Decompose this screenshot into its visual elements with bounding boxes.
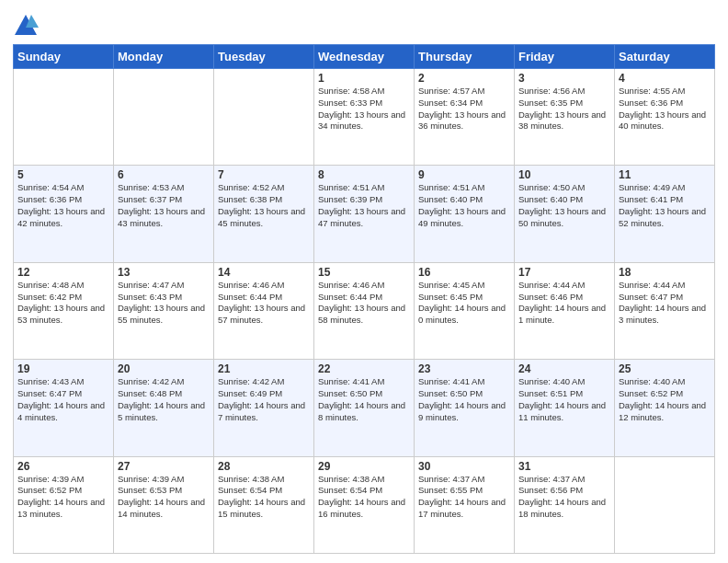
day-number: 30	[418, 460, 510, 473]
empty-cell	[214, 69, 314, 166]
day-info: Sunrise: 4:48 AM Sunset: 6:42 PM Dayligh…	[17, 280, 109, 327]
day-number: 19	[17, 362, 109, 375]
day-cell-28: 28Sunrise: 4:38 AM Sunset: 6:54 PM Dayli…	[214, 456, 314, 553]
day-cell-14: 14Sunrise: 4:46 AM Sunset: 6:44 PM Dayli…	[214, 262, 314, 359]
weekday-header-tuesday: Tuesday	[214, 45, 314, 69]
day-number: 15	[318, 266, 410, 279]
day-info: Sunrise: 4:41 AM Sunset: 6:50 PM Dayligh…	[418, 376, 510, 423]
day-number: 31	[518, 460, 610, 473]
day-number: 16	[418, 266, 510, 279]
day-cell-13: 13Sunrise: 4:47 AM Sunset: 6:43 PM Dayli…	[114, 262, 214, 359]
logo-icon	[13, 13, 39, 39]
day-info: Sunrise: 4:45 AM Sunset: 6:45 PM Dayligh…	[418, 280, 510, 327]
weekday-header-monday: Monday	[114, 45, 214, 69]
day-number: 10	[518, 168, 610, 181]
day-info: Sunrise: 4:37 AM Sunset: 6:55 PM Dayligh…	[418, 474, 510, 521]
day-number: 26	[17, 460, 109, 473]
day-info: Sunrise: 4:56 AM Sunset: 6:35 PM Dayligh…	[518, 86, 610, 132]
week-row-2: 5Sunrise: 4:54 AM Sunset: 6:36 PM Daylig…	[14, 166, 715, 262]
weekday-header-friday: Friday	[515, 45, 615, 69]
day-info: Sunrise: 4:46 AM Sunset: 6:44 PM Dayligh…	[218, 280, 310, 327]
day-info: Sunrise: 4:47 AM Sunset: 6:43 PM Dayligh…	[118, 280, 210, 327]
week-row-3: 12Sunrise: 4:48 AM Sunset: 6:42 PM Dayli…	[14, 262, 715, 359]
empty-cell	[615, 456, 715, 553]
day-number: 3	[518, 72, 610, 85]
week-row-4: 19Sunrise: 4:43 AM Sunset: 6:47 PM Dayli…	[14, 360, 715, 456]
day-number: 11	[619, 168, 711, 181]
empty-cell	[114, 69, 214, 166]
day-cell-29: 29Sunrise: 4:38 AM Sunset: 6:54 PM Dayli…	[314, 456, 415, 553]
day-info: Sunrise: 4:46 AM Sunset: 6:44 PM Dayligh…	[318, 280, 410, 327]
day-info: Sunrise: 4:42 AM Sunset: 6:49 PM Dayligh…	[218, 376, 310, 423]
day-cell-16: 16Sunrise: 4:45 AM Sunset: 6:45 PM Dayli…	[415, 262, 515, 359]
day-cell-23: 23Sunrise: 4:41 AM Sunset: 6:50 PM Dayli…	[415, 360, 515, 456]
day-number: 23	[418, 362, 510, 375]
day-number: 20	[118, 362, 210, 375]
day-cell-21: 21Sunrise: 4:42 AM Sunset: 6:49 PM Dayli…	[214, 360, 314, 456]
day-cell-12: 12Sunrise: 4:48 AM Sunset: 6:42 PM Dayli…	[14, 262, 114, 359]
day-info: Sunrise: 4:57 AM Sunset: 6:34 PM Dayligh…	[418, 86, 510, 132]
day-info: Sunrise: 4:38 AM Sunset: 6:54 PM Dayligh…	[318, 474, 410, 521]
day-cell-24: 24Sunrise: 4:40 AM Sunset: 6:51 PM Dayli…	[515, 360, 615, 456]
day-info: Sunrise: 4:49 AM Sunset: 6:41 PM Dayligh…	[619, 182, 711, 229]
day-info: Sunrise: 4:40 AM Sunset: 6:52 PM Dayligh…	[619, 376, 711, 423]
day-info: Sunrise: 4:42 AM Sunset: 6:48 PM Dayligh…	[118, 376, 210, 423]
day-number: 14	[218, 266, 310, 279]
day-number: 7	[218, 168, 310, 181]
day-cell-17: 17Sunrise: 4:44 AM Sunset: 6:46 PM Dayli…	[515, 262, 615, 359]
day-cell-8: 8Sunrise: 4:51 AM Sunset: 6:39 PM Daylig…	[314, 166, 415, 262]
day-number: 27	[118, 460, 210, 473]
week-row-5: 26Sunrise: 4:39 AM Sunset: 6:52 PM Dayli…	[14, 456, 715, 553]
header	[13, 9, 715, 39]
day-info: Sunrise: 4:50 AM Sunset: 6:40 PM Dayligh…	[518, 182, 610, 229]
day-info: Sunrise: 4:54 AM Sunset: 6:36 PM Dayligh…	[17, 182, 109, 229]
day-number: 18	[619, 266, 711, 279]
day-number: 6	[118, 168, 210, 181]
day-cell-11: 11Sunrise: 4:49 AM Sunset: 6:41 PM Dayli…	[615, 166, 715, 262]
day-cell-4: 4Sunrise: 4:55 AM Sunset: 6:36 PM Daylig…	[615, 69, 715, 166]
logo	[13, 13, 40, 39]
day-info: Sunrise: 4:38 AM Sunset: 6:54 PM Dayligh…	[218, 474, 310, 521]
day-cell-27: 27Sunrise: 4:39 AM Sunset: 6:53 PM Dayli…	[114, 456, 214, 553]
day-info: Sunrise: 4:41 AM Sunset: 6:50 PM Dayligh…	[318, 376, 410, 423]
day-number: 8	[318, 168, 410, 181]
page: SundayMondayTuesdayWednesdayThursdayFrid…	[0, 0, 728, 563]
weekday-header-wednesday: Wednesday	[314, 45, 415, 69]
day-number: 22	[318, 362, 410, 375]
day-cell-26: 26Sunrise: 4:39 AM Sunset: 6:52 PM Dayli…	[14, 456, 114, 553]
day-cell-19: 19Sunrise: 4:43 AM Sunset: 6:47 PM Dayli…	[14, 360, 114, 456]
day-number: 28	[218, 460, 310, 473]
calendar-table: SundayMondayTuesdayWednesdayThursdayFrid…	[13, 44, 715, 554]
day-info: Sunrise: 4:52 AM Sunset: 6:38 PM Dayligh…	[218, 182, 310, 229]
weekday-header-sunday: Sunday	[14, 45, 114, 69]
weekday-header-row: SundayMondayTuesdayWednesdayThursdayFrid…	[14, 45, 715, 69]
weekday-header-thursday: Thursday	[415, 45, 515, 69]
day-cell-22: 22Sunrise: 4:41 AM Sunset: 6:50 PM Dayli…	[314, 360, 415, 456]
day-cell-10: 10Sunrise: 4:50 AM Sunset: 6:40 PM Dayli…	[515, 166, 615, 262]
day-info: Sunrise: 4:44 AM Sunset: 6:46 PM Dayligh…	[518, 280, 610, 327]
day-cell-31: 31Sunrise: 4:37 AM Sunset: 6:56 PM Dayli…	[515, 456, 615, 553]
day-number: 5	[17, 168, 109, 181]
day-number: 25	[619, 362, 711, 375]
day-info: Sunrise: 4:58 AM Sunset: 6:33 PM Dayligh…	[318, 86, 410, 132]
day-cell-2: 2Sunrise: 4:57 AM Sunset: 6:34 PM Daylig…	[415, 69, 515, 166]
day-cell-30: 30Sunrise: 4:37 AM Sunset: 6:55 PM Dayli…	[415, 456, 515, 553]
day-cell-9: 9Sunrise: 4:51 AM Sunset: 6:40 PM Daylig…	[415, 166, 515, 262]
weekday-header-saturday: Saturday	[615, 45, 715, 69]
day-cell-20: 20Sunrise: 4:42 AM Sunset: 6:48 PM Dayli…	[114, 360, 214, 456]
day-info: Sunrise: 4:53 AM Sunset: 6:37 PM Dayligh…	[118, 182, 210, 229]
day-cell-15: 15Sunrise: 4:46 AM Sunset: 6:44 PM Dayli…	[314, 262, 415, 359]
week-row-1: 1Sunrise: 4:58 AM Sunset: 6:33 PM Daylig…	[14, 69, 715, 166]
day-info: Sunrise: 4:43 AM Sunset: 6:47 PM Dayligh…	[17, 376, 109, 423]
day-number: 2	[418, 72, 510, 85]
empty-cell	[14, 69, 114, 166]
day-number: 12	[17, 266, 109, 279]
day-number: 17	[518, 266, 610, 279]
day-number: 4	[619, 72, 711, 85]
day-number: 21	[218, 362, 310, 375]
day-info: Sunrise: 4:39 AM Sunset: 6:52 PM Dayligh…	[17, 474, 109, 521]
day-cell-1: 1Sunrise: 4:58 AM Sunset: 6:33 PM Daylig…	[314, 69, 415, 166]
day-cell-3: 3Sunrise: 4:56 AM Sunset: 6:35 PM Daylig…	[515, 69, 615, 166]
day-cell-25: 25Sunrise: 4:40 AM Sunset: 6:52 PM Dayli…	[615, 360, 715, 456]
day-info: Sunrise: 4:51 AM Sunset: 6:39 PM Dayligh…	[318, 182, 410, 229]
